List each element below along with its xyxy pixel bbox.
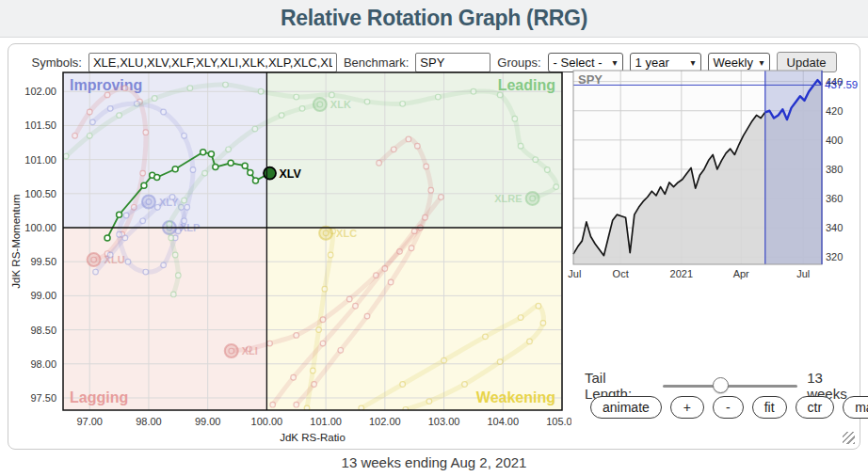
svg-text:340: 340 xyxy=(826,222,843,233)
svg-text:Weakening: Weakening xyxy=(476,389,555,405)
slider-track[interactable] xyxy=(663,385,798,388)
svg-text:102.00: 102.00 xyxy=(24,86,56,97)
svg-text:97.00: 97.00 xyxy=(76,416,103,427)
svg-text:Leading: Leading xyxy=(498,77,555,93)
svg-text:Apr: Apr xyxy=(733,268,749,279)
svg-text:100.00: 100.00 xyxy=(251,416,283,427)
svg-text:437.59: 437.59 xyxy=(825,79,858,90)
svg-text:Jul: Jul xyxy=(568,268,581,279)
svg-text:JdK RS-Ratio: JdK RS-Ratio xyxy=(280,432,346,443)
svg-text:99.00: 99.00 xyxy=(30,290,56,301)
animate-button[interactable]: animate xyxy=(590,396,662,419)
rrg-panel: Symbols: Benchmark: Groups: - Select - ▾… xyxy=(8,43,860,450)
svg-text:101.00: 101.00 xyxy=(24,154,56,166)
rrg-chart[interactable]: 97.0098.0099.00100.00101.00102.00103.001… xyxy=(8,65,571,443)
svg-text:100.50: 100.50 xyxy=(24,188,56,199)
svg-text:380: 380 xyxy=(826,164,843,175)
svg-text:Oct: Oct xyxy=(613,268,629,279)
svg-text:SPY: SPY xyxy=(578,72,603,87)
svg-text:99.50: 99.50 xyxy=(30,256,56,267)
svg-text:Jul: Jul xyxy=(796,268,810,279)
resize-handle-icon[interactable] xyxy=(843,432,855,444)
tail-length-slider[interactable] xyxy=(663,377,798,394)
spy-price-chart-svg[interactable]: 440420400380360340320JulOct2021AprJulSPY… xyxy=(568,65,863,285)
svg-text:101.00: 101.00 xyxy=(310,416,342,427)
svg-text:101.50: 101.50 xyxy=(24,119,56,131)
svg-text:98.00: 98.00 xyxy=(136,416,162,427)
zoom-out-button[interactable]: - xyxy=(713,396,744,419)
svg-text:98.50: 98.50 xyxy=(30,325,56,336)
benchmark-chart-column: 440420400380360340320JulOct2021AprJulSPY… xyxy=(568,65,863,445)
svg-text:99.00: 99.00 xyxy=(195,416,221,427)
svg-text:400: 400 xyxy=(826,135,843,146)
svg-text:104.00: 104.00 xyxy=(487,416,519,427)
rrg-app: Relative Rotation Graph (RRG) Symbols: B… xyxy=(0,0,868,476)
svg-text:XLI: XLI xyxy=(242,345,258,357)
chart-buttons-row: animate + - fit ctr max xyxy=(568,396,863,419)
svg-text:2021: 2021 xyxy=(670,268,693,279)
svg-text:JdK RS-Momentum: JdK RS-Momentum xyxy=(10,194,22,288)
zoom-in-button[interactable]: + xyxy=(670,396,704,419)
rrg-chart-svg[interactable]: 97.0098.0099.00100.00101.00102.00103.001… xyxy=(8,65,571,443)
svg-text:98.00: 98.00 xyxy=(30,358,56,370)
svg-text:XLRE: XLRE xyxy=(494,193,522,204)
svg-text:Lagging: Lagging xyxy=(70,389,128,405)
svg-text:97.50: 97.50 xyxy=(30,392,56,404)
svg-text:XLC: XLC xyxy=(336,228,357,239)
svg-text:XLK: XLK xyxy=(330,99,351,110)
title-bar: Relative Rotation Graph (RRG) xyxy=(0,0,868,38)
svg-text:103.00: 103.00 xyxy=(428,416,460,427)
svg-text:100.00: 100.00 xyxy=(24,222,56,233)
slider-thumb[interactable] xyxy=(713,377,729,393)
svg-text:420: 420 xyxy=(826,105,843,117)
svg-text:360: 360 xyxy=(826,193,843,204)
max-button[interactable]: max xyxy=(843,396,868,419)
date-range-caption: 13 weeks ending Aug 2, 2021 xyxy=(0,454,868,470)
svg-text:320: 320 xyxy=(826,251,843,262)
svg-text:102.00: 102.00 xyxy=(369,416,401,427)
fit-button[interactable]: fit xyxy=(752,396,787,419)
svg-text:XLV: XLV xyxy=(280,167,302,181)
page-title: Relative Rotation Graph (RRG) xyxy=(281,6,587,31)
center-button[interactable]: ctr xyxy=(796,396,835,419)
